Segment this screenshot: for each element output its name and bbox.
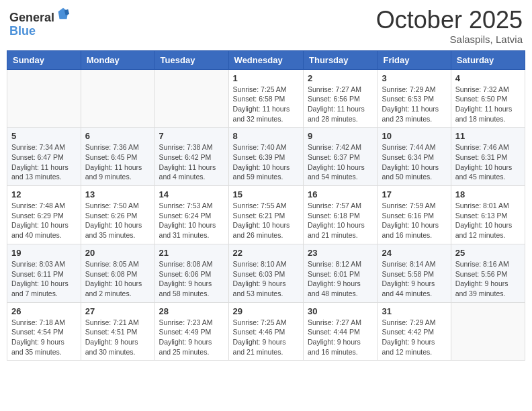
day-number: 4 [455,73,521,83]
cell-content: Sunrise: 8:08 AM Sunset: 6:06 PM Dayligh… [159,259,224,299]
cell-content: Sunrise: 8:12 AM Sunset: 6:01 PM Dayligh… [308,259,373,299]
calendar-cell: 2Sunrise: 7:27 AM Sunset: 6:56 PM Daylig… [304,69,378,128]
calendar-week-row: 1Sunrise: 7:25 AM Sunset: 6:58 PM Daylig… [7,69,525,128]
cell-content: Sunrise: 7:18 AM Sunset: 4:54 PM Dayligh… [11,318,77,357]
calendar-week-row: 19Sunrise: 8:03 AM Sunset: 6:11 PM Dayli… [7,244,525,302]
calendar-cell [451,302,525,361]
calendar-cell: 29Sunrise: 7:25 AM Sunset: 4:46 PM Dayli… [228,302,303,361]
calendar-cell: 30Sunrise: 7:27 AM Sunset: 4:44 PM Dayli… [304,302,378,361]
weekday-header-cell: Monday [81,50,154,69]
cell-content: Sunrise: 7:34 AM Sunset: 6:47 PM Dayligh… [11,142,77,182]
day-number: 5 [11,131,77,141]
day-number: 11 [455,131,521,141]
day-number: 6 [85,131,150,141]
calendar-cell: 11Sunrise: 7:46 AM Sunset: 6:31 PM Dayli… [451,128,525,186]
calendar-cell: 8Sunrise: 7:40 AM Sunset: 6:39 PM Daylig… [228,128,303,186]
calendar-cell [81,69,154,128]
calendar-table: SundayMondayTuesdayWednesdayThursdayFrid… [7,50,525,361]
weekday-header-row: SundayMondayTuesdayWednesdayThursdayFrid… [7,50,525,69]
weekday-header-cell: Sunday [7,50,81,69]
cell-content: Sunrise: 8:10 AM Sunset: 6:03 PM Dayligh… [233,259,299,299]
calendar-week-row: 5Sunrise: 7:34 AM Sunset: 6:47 PM Daylig… [7,128,525,186]
calendar-cell: 24Sunrise: 8:14 AM Sunset: 5:58 PM Dayli… [378,244,451,302]
calendar-cell: 27Sunrise: 7:21 AM Sunset: 4:51 PM Dayli… [81,302,154,361]
calendar-cell: 12Sunrise: 7:48 AM Sunset: 6:29 PM Dayli… [7,186,81,244]
logo-blue: Blue [9,24,36,38]
cell-content: Sunrise: 8:03 AM Sunset: 6:11 PM Dayligh… [11,259,77,299]
day-number: 25 [455,248,521,258]
cell-content: Sunrise: 7:29 AM Sunset: 6:53 PM Dayligh… [382,85,446,124]
logo-text: General Blue [9,7,71,38]
day-number: 9 [308,131,373,141]
calendar-week-row: 12Sunrise: 7:48 AM Sunset: 6:29 PM Dayli… [7,186,525,244]
cell-content: Sunrise: 7:25 AM Sunset: 6:58 PM Dayligh… [233,85,299,124]
calendar-cell: 6Sunrise: 7:36 AM Sunset: 6:45 PM Daylig… [81,128,154,186]
cell-content: Sunrise: 8:14 AM Sunset: 5:58 PM Dayligh… [382,259,446,299]
calendar-cell: 7Sunrise: 7:38 AM Sunset: 6:42 PM Daylig… [154,128,228,186]
day-number: 15 [233,189,299,199]
day-number: 23 [308,248,373,258]
cell-content: Sunrise: 8:05 AM Sunset: 6:08 PM Dayligh… [85,259,150,299]
cell-content: Sunrise: 8:16 AM Sunset: 5:56 PM Dayligh… [455,259,521,299]
cell-content: Sunrise: 7:23 AM Sunset: 4:49 PM Dayligh… [159,318,224,357]
calendar-cell: 26Sunrise: 7:18 AM Sunset: 4:54 PM Dayli… [7,302,81,361]
calendar-cell [7,69,81,128]
cell-content: Sunrise: 7:32 AM Sunset: 6:50 PM Dayligh… [455,85,521,124]
cell-content: Sunrise: 7:27 AM Sunset: 6:56 PM Dayligh… [308,85,373,124]
logo-icon [56,7,71,21]
day-number: 27 [85,306,150,316]
calendar-cell: 28Sunrise: 7:23 AM Sunset: 4:49 PM Dayli… [154,302,228,361]
day-number: 3 [382,73,446,83]
calendar-cell: 25Sunrise: 8:16 AM Sunset: 5:56 PM Dayli… [451,244,525,302]
day-number: 22 [233,248,299,258]
day-number: 8 [233,131,299,141]
day-number: 10 [382,131,446,141]
calendar-cell: 23Sunrise: 8:12 AM Sunset: 6:01 PM Dayli… [304,244,378,302]
cell-content: Sunrise: 7:42 AM Sunset: 6:37 PM Dayligh… [308,142,373,182]
day-number: 2 [308,73,373,83]
calendar-cell: 16Sunrise: 7:57 AM Sunset: 6:18 PM Dayli… [304,186,378,244]
calendar-cell: 31Sunrise: 7:29 AM Sunset: 4:42 PM Dayli… [378,302,451,361]
day-number: 26 [11,306,77,316]
cell-content: Sunrise: 7:55 AM Sunset: 6:21 PM Dayligh… [233,201,299,240]
calendar-cell: 20Sunrise: 8:05 AM Sunset: 6:08 PM Dayli… [81,244,154,302]
month-title: October 2025 [376,7,523,34]
calendar-body: 1Sunrise: 7:25 AM Sunset: 6:58 PM Daylig… [7,69,525,361]
calendar-cell: 14Sunrise: 7:53 AM Sunset: 6:24 PM Dayli… [154,186,228,244]
day-number: 24 [382,248,446,258]
day-number: 13 [85,189,150,199]
calendar-cell: 18Sunrise: 8:01 AM Sunset: 6:13 PM Dayli… [451,186,525,244]
calendar-cell: 10Sunrise: 7:44 AM Sunset: 6:34 PM Dayli… [378,128,451,186]
day-number: 28 [159,306,224,316]
cell-content: Sunrise: 7:25 AM Sunset: 4:46 PM Dayligh… [233,318,299,357]
cell-content: Sunrise: 8:01 AM Sunset: 6:13 PM Dayligh… [455,201,521,240]
day-number: 17 [382,189,446,199]
weekday-header-cell: Saturday [451,50,525,69]
weekday-header-cell: Tuesday [154,50,228,69]
day-number: 30 [308,306,373,316]
weekday-header-cell: Thursday [304,50,378,69]
day-number: 31 [382,306,446,316]
calendar-cell: 4Sunrise: 7:32 AM Sunset: 6:50 PM Daylig… [451,69,525,128]
calendar-cell: 19Sunrise: 8:03 AM Sunset: 6:11 PM Dayli… [7,244,81,302]
calendar-cell: 15Sunrise: 7:55 AM Sunset: 6:21 PM Dayli… [228,186,303,244]
title-block: October 2025 Salaspils, Latvia [376,7,523,45]
cell-content: Sunrise: 7:48 AM Sunset: 6:29 PM Dayligh… [11,201,77,240]
cell-content: Sunrise: 7:38 AM Sunset: 6:42 PM Dayligh… [159,142,224,182]
calendar-cell: 22Sunrise: 8:10 AM Sunset: 6:03 PM Dayli… [228,244,303,302]
day-number: 19 [11,248,77,258]
location-subtitle: Salaspils, Latvia [376,34,523,45]
cell-content: Sunrise: 7:29 AM Sunset: 4:42 PM Dayligh… [382,318,446,357]
cell-content: Sunrise: 7:59 AM Sunset: 6:16 PM Dayligh… [382,201,446,240]
calendar-week-row: 26Sunrise: 7:18 AM Sunset: 4:54 PM Dayli… [7,302,525,361]
day-number: 18 [455,189,521,199]
calendar-cell: 17Sunrise: 7:59 AM Sunset: 6:16 PM Dayli… [378,186,451,244]
cell-content: Sunrise: 7:50 AM Sunset: 6:26 PM Dayligh… [85,201,150,240]
calendar-cell: 9Sunrise: 7:42 AM Sunset: 6:37 PM Daylig… [304,128,378,186]
day-number: 14 [159,189,224,199]
calendar-cell: 1Sunrise: 7:25 AM Sunset: 6:58 PM Daylig… [228,69,303,128]
day-number: 16 [308,189,373,199]
cell-content: Sunrise: 7:53 AM Sunset: 6:24 PM Dayligh… [159,201,224,240]
calendar-cell: 21Sunrise: 8:08 AM Sunset: 6:06 PM Dayli… [154,244,228,302]
cell-content: Sunrise: 7:46 AM Sunset: 6:31 PM Dayligh… [455,142,521,182]
